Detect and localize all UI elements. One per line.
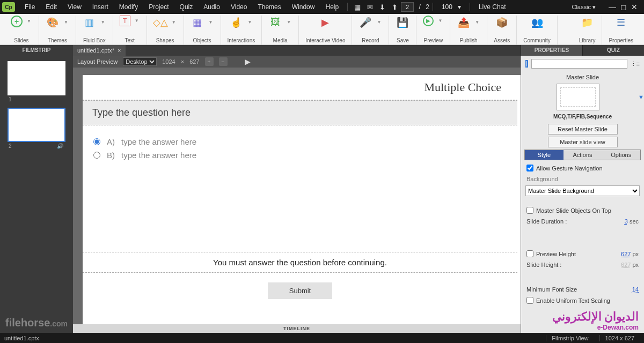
menu-project[interactable]: Project [143,1,174,13]
maximize-icon[interactable]: ◻ [620,3,627,11]
themes-icon[interactable]: 🎨 [46,16,60,29]
answer-row[interactable]: B)type the answer here [93,148,507,162]
remove-breakpoint-icon[interactable]: − [219,57,228,66]
min-font-value[interactable]: 14 [632,286,639,293]
preview-icon[interactable]: ▶ [423,16,434,26]
tab-strip: FILMSTRIP untitled1.cptx*× PROPERTIES QU… [0,45,644,56]
gesture-checkbox[interactable] [526,165,533,172]
preview-height-checkbox[interactable] [526,250,533,257]
chevron-down-icon[interactable]: ▼ [26,19,32,24]
assets-icon[interactable]: 📦 [495,16,509,29]
filmstrip-panel: 1 2🔊 [0,56,73,333]
workspace-switcher[interactable]: Classic ▾ [566,3,601,12]
media-icon[interactable]: 🖼 [268,16,282,29]
menu-view[interactable]: View [62,1,87,13]
menu-file[interactable]: File [19,1,40,13]
objects-on-top-checkbox[interactable] [526,207,533,214]
mail-icon[interactable]: ✉ [364,3,376,11]
page-current-input[interactable] [401,2,414,12]
live-chat[interactable]: Live Chat [473,1,511,13]
upload-icon[interactable]: ⬆ [389,3,401,11]
library-icon[interactable]: 📁 [580,16,594,29]
save-icon[interactable]: 💾 [396,16,409,29]
ribbon-properties: Properties [609,38,633,44]
question-prompt[interactable]: Type the question here [83,100,517,125]
chevron-down-icon[interactable]: ▼ [638,94,644,100]
close-tab-icon[interactable]: × [118,45,121,56]
background-select[interactable]: Master Slide Background [525,185,640,196]
ribbon-themes: Themes [48,38,67,44]
reset-master-button[interactable]: Reset Master Slide [548,124,618,135]
name-input[interactable] [531,59,627,69]
status-filename: untitled1.cptx [4,335,39,341]
menu-insert[interactable]: Insert [87,1,114,13]
menu-quiz[interactable]: Quiz [174,1,199,13]
ivideo-icon[interactable]: ▶ [318,16,332,29]
submit-button[interactable]: Submit [268,282,332,299]
subtab-style[interactable]: Style [525,150,564,160]
ruler-horizontal [83,68,521,75]
canvas-area: Layout Preview Desktop 1024 × 627 + − ▶ … [73,56,521,333]
properties-icon[interactable]: ☰ [614,16,628,29]
menu-window[interactable]: Window [287,1,320,13]
menu-help[interactable]: Help [320,1,344,13]
close-icon[interactable]: ✕ [631,3,638,11]
page-control: / 2 [401,2,429,12]
community-icon[interactable]: 👥 [530,16,544,29]
duration-value[interactable]: 3 [625,218,628,225]
ribbon-media: Media [273,38,288,44]
menu-icon[interactable]: ⋮≡ [631,61,640,68]
subtab-actions[interactable]: Actions [564,150,602,160]
download-icon[interactable]: ⬇ [376,3,389,11]
ruler-vertical [73,68,83,324]
min-font-label: Minimum Font Size [526,286,577,293]
timeline-tab[interactable]: TIMELINE [73,324,521,333]
menu-video[interactable]: Video [225,1,252,13]
menu-audio[interactable]: Audio [198,1,225,13]
master-view-button[interactable]: Master slide view [548,137,618,147]
slide-thumb-1[interactable] [8,61,65,95]
publish-icon[interactable]: 📤 [457,16,471,29]
slide-height-label: Slide Height : [526,262,561,268]
interactions-icon[interactable]: ☝ [229,16,243,29]
uniform-scaling-checkbox[interactable] [526,297,533,304]
objects-icon[interactable]: ▦ [191,16,204,29]
ribbon-save: Save [397,38,409,44]
canvas-width: 1024 [162,58,175,65]
menu-edit[interactable]: Edit [40,1,62,13]
master-thumb[interactable] [557,84,599,110]
ribbon: +▼Slides 🎨▼Themes ▥▼Fluid Box T▼Text ◇△▼… [0,14,644,45]
subtab-options[interactable]: Options [602,150,640,160]
slide-canvas[interactable]: Multiple Choice Type the question here A… [83,75,517,324]
page-total: 2 [426,3,429,11]
answer-radio-a[interactable] [93,138,100,145]
ribbon-preview: Preview [424,38,443,44]
tab-properties[interactable]: PROPERTIES [521,45,582,56]
play-icon[interactable]: ▶ [244,57,252,66]
feedback-text[interactable]: You must answer the question before cont… [83,252,517,273]
answer-radio-b[interactable] [93,152,100,159]
text-icon[interactable]: T [120,16,130,26]
canvas-toolbar: Layout Preview Desktop 1024 × 627 + − ▶ [73,56,521,68]
add-breakpoint-icon[interactable]: + [205,57,214,66]
menu-themes[interactable]: Themes [252,1,286,13]
thumb-number: 1 [8,95,65,105]
status-dims: 1024 x 627 [599,335,640,341]
zoom-value[interactable]: 100 ▾ [436,1,466,13]
device-select[interactable]: Desktop [123,57,157,66]
add-slide-icon[interactable]: + [11,16,23,27]
minimize-icon[interactable]: — [609,3,616,11]
menu-modify[interactable]: Modify [114,1,143,13]
answer-row[interactable]: A)type the answer here [93,135,507,148]
fluidbox-icon[interactable]: ▥ [83,16,97,29]
shapes-icon[interactable]: ◇△ [153,16,167,29]
slide-thumb-2[interactable] [8,108,65,142]
background-label: Background [521,174,644,184]
layout-icon[interactable]: ▦ [351,3,364,11]
record-icon[interactable]: 🎤 [358,16,372,29]
quiz-title[interactable]: Multiple Choice [83,75,517,100]
tab-quiz[interactable]: QUIZ [582,45,644,56]
ribbon-publish: Publish [460,38,478,44]
document-tab[interactable]: untitled1.cptx*× [73,45,126,56]
preview-height-value[interactable]: 627 [621,251,631,257]
